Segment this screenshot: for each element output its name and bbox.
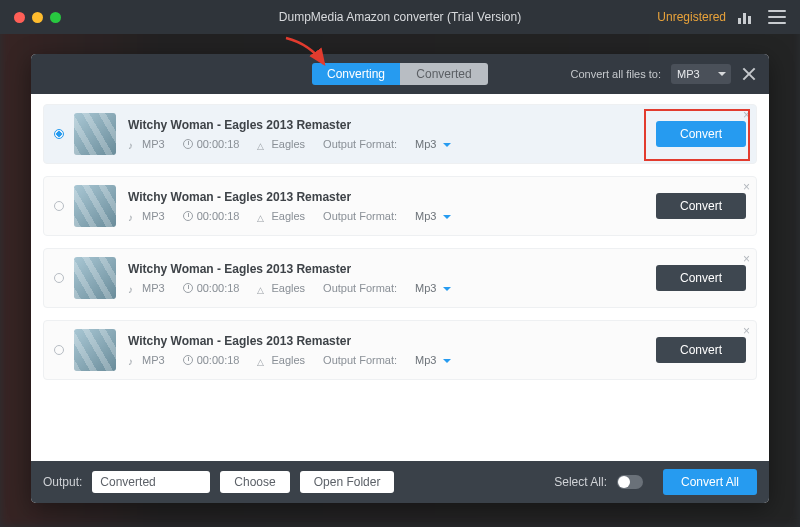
output-format-select[interactable]: Mp3 [415, 282, 451, 294]
remove-track-icon[interactable]: × [743, 109, 750, 121]
track-format-chip: MP3 [142, 138, 165, 150]
track-duration: 00:00:18 [197, 354, 240, 366]
track-title: Witchy Woman - Eagles 2013 Remaster [128, 262, 646, 276]
track-thumbnail [74, 329, 116, 371]
artist-icon [257, 283, 267, 293]
select-all-toggle[interactable] [617, 475, 643, 489]
track-artist: Eagles [271, 210, 305, 222]
track-artist: Eagles [271, 354, 305, 366]
close-panel-icon[interactable] [741, 66, 757, 82]
output-path-field[interactable] [92, 471, 210, 493]
convert-button[interactable]: Convert [656, 193, 746, 219]
traffic-lights [14, 12, 61, 23]
convert-button[interactable]: Convert [656, 265, 746, 291]
track-format-chip: MP3 [142, 282, 165, 294]
artist-icon [257, 355, 267, 365]
output-format-select[interactable]: Mp3 [415, 138, 451, 150]
tab-converted[interactable]: Converted [400, 63, 488, 85]
track-duration: 00:00:18 [197, 210, 240, 222]
panel-footer: Output: Choose Open Folder Select All: C… [31, 461, 769, 503]
track-radio[interactable] [54, 345, 64, 355]
remove-track-icon[interactable]: × [743, 325, 750, 337]
music-note-icon [128, 211, 138, 221]
convert-button[interactable]: Convert [656, 337, 746, 363]
output-label: Output: [43, 475, 82, 489]
track-thumbnail [74, 113, 116, 155]
panel-header: Converting Converted Convert all files t… [31, 54, 769, 94]
track-duration: 00:00:18 [197, 282, 240, 294]
track-thumbnail [74, 185, 116, 227]
clock-icon [183, 283, 193, 293]
unregistered-label[interactable]: Unregistered [657, 10, 726, 24]
track-format-chip: MP3 [142, 354, 165, 366]
track-row: Witchy Woman - Eagles 2013 Remaster MP3 … [43, 104, 757, 164]
artist-icon [257, 211, 267, 221]
open-folder-button[interactable]: Open Folder [300, 471, 395, 493]
track-duration: 00:00:18 [197, 138, 240, 150]
track-list: Witchy Woman - Eagles 2013 Remaster MP3 … [31, 94, 769, 461]
output-format-select[interactable]: Mp3 [415, 210, 451, 222]
music-note-icon [128, 283, 138, 293]
close-window-icon[interactable] [14, 12, 25, 23]
conversion-panel: Converting Converted Convert all files t… [31, 54, 769, 503]
tab-converting[interactable]: Converting [312, 63, 400, 85]
window-titlebar: DumpMedia Amazon converter (Trial Versio… [0, 0, 800, 34]
track-radio[interactable] [54, 273, 64, 283]
output-format-label: Output Format: [323, 282, 397, 294]
track-format-chip: MP3 [142, 210, 165, 222]
minimize-window-icon[interactable] [32, 12, 43, 23]
track-radio[interactable] [54, 129, 64, 139]
select-all-label: Select All: [554, 475, 607, 489]
music-note-icon [128, 355, 138, 365]
track-artist: Eagles [271, 138, 305, 150]
clock-icon [183, 211, 193, 221]
track-title: Witchy Woman - Eagles 2013 Remaster [128, 118, 646, 132]
maximize-window-icon[interactable] [50, 12, 61, 23]
convert-all-files-to-label: Convert all files to: [571, 68, 661, 80]
track-radio[interactable] [54, 201, 64, 211]
track-title: Witchy Woman - Eagles 2013 Remaster [128, 334, 646, 348]
clock-icon [183, 355, 193, 365]
convert-all-button[interactable]: Convert All [663, 469, 757, 495]
choose-output-button[interactable]: Choose [220, 471, 289, 493]
output-format-label: Output Format: [323, 354, 397, 366]
track-thumbnail [74, 257, 116, 299]
track-row: Witchy Woman - Eagles 2013 Remaster MP3 … [43, 320, 757, 380]
track-title: Witchy Woman - Eagles 2013 Remaster [128, 190, 646, 204]
artist-icon [257, 139, 267, 149]
menu-icon[interactable] [768, 10, 786, 24]
convert-button[interactable]: Convert [656, 121, 746, 147]
global-format-select[interactable]: MP3 [671, 64, 731, 84]
output-format-label: Output Format: [323, 138, 397, 150]
output-format-label: Output Format: [323, 210, 397, 222]
track-artist: Eagles [271, 282, 305, 294]
track-row: Witchy Woman - Eagles 2013 Remaster MP3 … [43, 176, 757, 236]
output-format-select[interactable]: Mp3 [415, 354, 451, 366]
music-note-icon [128, 139, 138, 149]
track-row: Witchy Woman - Eagles 2013 Remaster MP3 … [43, 248, 757, 308]
equalizer-icon[interactable] [738, 10, 756, 24]
remove-track-icon[interactable]: × [743, 181, 750, 193]
remove-track-icon[interactable]: × [743, 253, 750, 265]
clock-icon [183, 139, 193, 149]
